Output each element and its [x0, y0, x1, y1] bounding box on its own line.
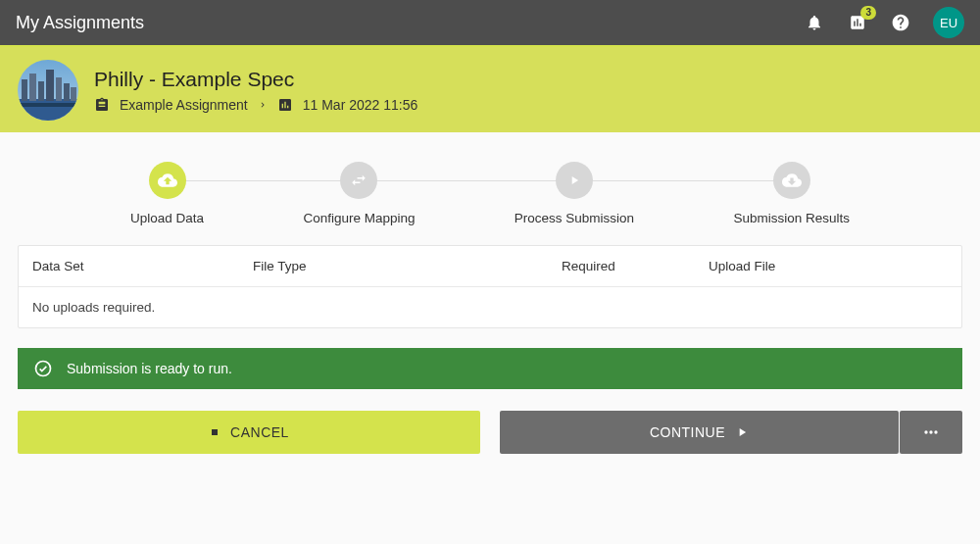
svg-rect-6	[56, 77, 62, 101]
app-title: My Assignments	[16, 13, 144, 33]
swap-icon	[340, 162, 377, 199]
svg-rect-8	[71, 87, 76, 101]
svg-rect-4	[38, 81, 44, 101]
action-row: CANCEL CONTINUE	[18, 411, 962, 454]
chevron-right-icon	[258, 100, 268, 110]
breadcrumb: Example Assignment 11 Mar 2022 11:56	[94, 97, 417, 113]
svg-point-12	[924, 430, 927, 433]
cloud-download-icon	[773, 162, 810, 199]
col-header-required: Required	[562, 259, 709, 273]
cancel-button[interactable]: CANCEL	[18, 411, 480, 454]
breadcrumb-timestamp: 11 Mar 2022 11:56	[303, 97, 418, 113]
svg-rect-5	[46, 70, 54, 101]
analytics-badge: 3	[860, 6, 876, 20]
col-header-filetype: File Type	[253, 259, 562, 273]
uploads-table: Data Set File Type Required Upload File …	[18, 245, 962, 328]
more-horiz-icon	[921, 422, 941, 442]
col-header-dataset: Data Set	[32, 259, 253, 273]
continue-label: CONTINUE	[650, 424, 725, 440]
svg-rect-3	[29, 74, 36, 101]
svg-rect-11	[212, 429, 218, 435]
chart-icon	[277, 97, 293, 113]
svg-point-13	[929, 430, 932, 433]
svg-rect-2	[22, 79, 27, 101]
breadcrumb-assignment[interactable]: Example Assignment	[120, 97, 248, 113]
svg-point-10	[36, 362, 51, 376]
step-process-submission[interactable]: Process Submission	[514, 162, 634, 225]
stop-icon	[209, 426, 220, 438]
table-header-row: Data Set File Type Required Upload File	[19, 246, 961, 287]
status-message: Submission is ready to run.	[67, 361, 232, 376]
continue-button[interactable]: CONTINUE	[500, 411, 899, 454]
topbar: My Assignments 3 EU	[0, 0, 980, 47]
col-header-upload: Upload File	[709, 259, 948, 273]
more-options-button[interactable]	[900, 411, 962, 454]
notifications-icon[interactable]	[804, 12, 825, 33]
step-configure-mapping[interactable]: Configure Mapping	[303, 162, 415, 225]
check-circle-icon	[33, 359, 53, 378]
stepper: Upload Data Configure Mapping Process Su…	[18, 162, 962, 225]
assignment-icon	[94, 97, 110, 113]
page-banner: Philly - Example Spec Example Assignment…	[0, 47, 980, 132]
table-empty-message: No uploads required.	[19, 287, 961, 327]
svg-rect-9	[18, 103, 78, 107]
step-label: Process Submission	[514, 211, 634, 225]
play-icon	[735, 425, 749, 439]
analytics-icon[interactable]: 3	[847, 12, 868, 33]
step-submission-results[interactable]: Submission Results	[733, 162, 850, 225]
status-banner: Submission is ready to run.	[18, 348, 962, 389]
step-upload-data[interactable]: Upload Data	[130, 162, 204, 225]
svg-point-14	[934, 430, 937, 433]
play-icon	[556, 162, 593, 199]
help-icon[interactable]	[890, 12, 911, 33]
avatar-initials: EU	[940, 16, 957, 30]
page-title: Philly - Example Spec	[94, 68, 417, 91]
user-avatar[interactable]: EU	[933, 7, 964, 38]
svg-rect-7	[64, 83, 70, 101]
step-label: Submission Results	[733, 211, 850, 225]
step-label: Upload Data	[130, 211, 204, 225]
content-area: Upload Data Configure Mapping Process Su…	[0, 132, 980, 454]
svg-rect-1	[18, 99, 78, 121]
step-label: Configure Mapping	[303, 211, 415, 225]
cloud-upload-icon	[149, 162, 186, 199]
topbar-actions: 3 EU	[804, 7, 964, 38]
cancel-label: CANCEL	[230, 424, 289, 440]
banner-thumbnail	[18, 60, 78, 121]
